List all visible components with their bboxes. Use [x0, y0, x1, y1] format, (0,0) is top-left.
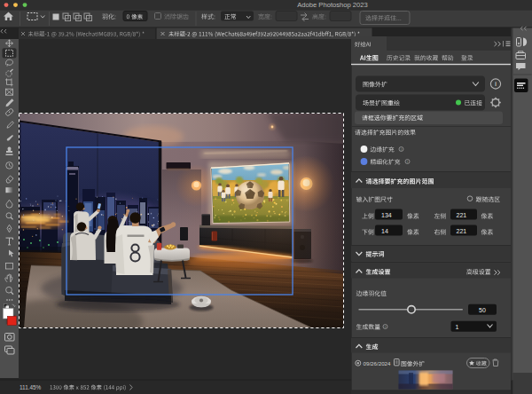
- svg-text:221: 221: [457, 212, 467, 218]
- svg-text:221: 221: [457, 228, 467, 234]
- svg-text:50: 50: [479, 307, 486, 313]
- svg-text:i: i: [407, 160, 408, 164]
- svg-text:Adobe Photoshop 2023: Adobe Photoshop 2023: [297, 1, 367, 9]
- svg-text:i: i: [401, 147, 402, 152]
- svg-text:111.45%: 111.45%: [20, 384, 42, 390]
- svg-text:14: 14: [381, 228, 388, 234]
- svg-text:1: 1: [456, 324, 459, 330]
- svg-text:i: i: [385, 325, 386, 329]
- svg-text:09/26/2024: 09/26/2024: [364, 360, 392, 366]
- svg-text:134: 134: [381, 212, 392, 218]
- svg-text:i: i: [495, 80, 497, 88]
